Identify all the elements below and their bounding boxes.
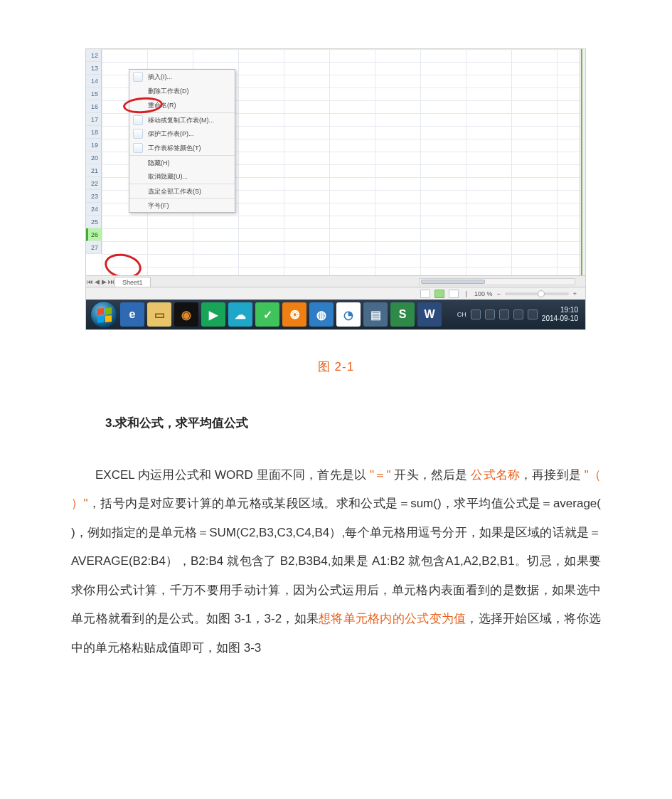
taskbar-item-glyph: ◔	[343, 308, 353, 322]
context-menu-item[interactable]: 工作表标签颜色(T)	[129, 141, 235, 155]
row-header[interactable]: 14	[86, 75, 102, 88]
s-icon[interactable]: S	[390, 302, 415, 327]
explorer-icon[interactable]: ▭	[147, 302, 171, 327]
tab-nav-prev[interactable]: ◀	[93, 278, 100, 285]
windows-taskbar: e▭◉▶☁✓❂◍◔▤SW CH 19:10 2014-09-10	[86, 300, 585, 329]
row-header[interactable]: 16	[86, 100, 102, 113]
taskbar-clock[interactable]: 19:10 2014-09-10	[542, 306, 578, 323]
chrome-icon[interactable]: ◔	[336, 302, 361, 327]
formula-name-highlight: 公式名称	[471, 468, 520, 482]
zoom-value: 100 %	[474, 290, 493, 297]
clock-time: 19:10	[560, 306, 578, 314]
para-text-4: ，括号内是对应要计算的单元格或某段区域。求和公式是＝sum()，求平均值公式是＝…	[71, 497, 601, 625]
media-play-icon[interactable]: ▶	[201, 302, 225, 327]
zoom-sep: |	[466, 290, 467, 297]
row-header[interactable]: 18	[86, 126, 102, 139]
menu-item-icon	[133, 129, 143, 139]
row-header[interactable]: 12	[86, 49, 102, 62]
taskbar-item-glyph: S	[399, 308, 407, 321]
taskbar-item-glyph: ☁	[235, 308, 246, 322]
convert-to-value-highlight: 想将单元格内的公式变为值	[319, 612, 466, 625]
view-normal-icon[interactable]	[420, 290, 430, 298]
clock-date: 2014-09-10	[542, 314, 578, 322]
tray-action-center-icon[interactable]	[528, 309, 538, 319]
ie-icon[interactable]: e	[120, 302, 144, 327]
start-button[interactable]	[90, 301, 117, 328]
row-header[interactable]: 17	[86, 113, 102, 126]
context-menu-item[interactable]: 插入(I)...	[129, 70, 235, 84]
row-header[interactable]: 19	[86, 139, 102, 152]
tray-network-icon[interactable]	[499, 309, 509, 319]
fish-icon[interactable]: ❂	[282, 302, 306, 327]
tray-battery-icon[interactable]	[513, 309, 523, 319]
horizontal-scrollbar[interactable]	[419, 278, 575, 285]
taskbar-item-glyph: ◉	[181, 308, 191, 322]
media-stop-icon[interactable]: ◉	[174, 302, 198, 327]
row-header[interactable]: 23	[86, 190, 102, 203]
menu-item-label: 重命名(R)	[148, 102, 176, 109]
taskbar-item-glyph: ▭	[154, 308, 165, 322]
taskbar-item-glyph: ◍	[316, 308, 326, 322]
para-text-2: 开头，然后是	[394, 468, 467, 482]
tray-volume-icon[interactable]	[485, 309, 495, 319]
menu-item-label: 删除工作表(D)	[148, 88, 189, 95]
taskbar-item-glyph: ▤	[370, 308, 381, 322]
row-header[interactable]: 20	[86, 152, 102, 164]
menu-item-label: 插入(I)...	[148, 73, 172, 80]
body-paragraph: EXCEL 内运用公式和 WORD 里面不同，首先是以 "＝" 开头，然后是 公…	[71, 461, 601, 662]
sheet-tabs-bar: ⏮ ◀ ▶ ⏭ Sheet1	[86, 275, 585, 287]
taskbar-item-glyph: ▶	[209, 308, 218, 322]
taskbar-item-glyph: ❂	[290, 308, 299, 322]
menu-item-label: 字号(F)	[148, 202, 169, 209]
context-menu-item[interactable]: 隐藏(H)	[129, 155, 235, 169]
view-break-icon[interactable]	[449, 290, 459, 298]
taskbar-item-glyph: e	[129, 308, 136, 321]
menu-item-label: 取消隐藏(U)...	[148, 173, 188, 180]
zoom-in-icon[interactable]: +	[573, 290, 577, 297]
row-header[interactable]: 21	[86, 164, 102, 177]
tab-nav-last[interactable]: ⏭	[107, 278, 114, 285]
tab-nav-next[interactable]: ▶	[100, 278, 107, 285]
sheet-tab-1[interactable]: Sheet1	[114, 277, 151, 287]
sheet-tab-context-menu[interactable]: 插入(I)...删除工作表(D)重命名(R)移动或复制工作表(M)...保护工作…	[129, 69, 235, 213]
system-tray: CH 19:10 2014-09-10	[457, 306, 581, 323]
context-menu-item[interactable]: 取消隐藏(U)...	[129, 169, 235, 184]
menu-item-label: 移动或复制工作表(M)...	[148, 117, 214, 124]
row-header[interactable]: 22	[86, 177, 102, 190]
spreadsheet-grid: 12131415161718192021222324252627 插入(I)..…	[86, 49, 585, 275]
context-menu-item[interactable]: 字号(F)	[129, 198, 235, 212]
para-text-3: ，再接到是	[520, 468, 581, 482]
window-icon[interactable]: ▤	[363, 302, 388, 327]
row-header[interactable]: 26	[86, 228, 102, 241]
context-menu-item[interactable]: 移动或复制工作表(M)...	[129, 112, 235, 127]
row-header[interactable]: 25	[86, 216, 102, 228]
section-heading: 3.求和公式，求平均值公式	[105, 415, 587, 431]
row-header[interactable]: 13	[86, 62, 102, 75]
context-menu-item[interactable]: 删除工作表(D)	[129, 84, 235, 98]
w-icon[interactable]: W	[417, 302, 442, 327]
zoom-out-icon[interactable]: −	[496, 290, 500, 297]
context-menu-item[interactable]: 选定全部工作表(S)	[129, 184, 235, 198]
zoom-slider[interactable]	[505, 292, 569, 295]
equals-sign-highlight: "＝"	[370, 468, 390, 482]
taskbar-item-glyph: W	[424, 308, 434, 321]
figure-caption: 图 2-1	[0, 359, 672, 375]
globe-icon[interactable]: ◍	[309, 302, 334, 327]
sheet-right-border	[581, 49, 582, 275]
tray-icon[interactable]	[471, 309, 481, 319]
menu-item-icon	[133, 143, 143, 153]
tab-nav-first[interactable]: ⏮	[86, 278, 93, 285]
excel-screenshot: 12131415161718192021222324252627 插入(I)..…	[85, 48, 586, 330]
row-header[interactable]: 24	[86, 203, 102, 216]
cloud-icon[interactable]: ☁	[228, 302, 252, 327]
row-header[interactable]: 15	[86, 88, 102, 100]
menu-item-label: 隐藏(H)	[148, 159, 170, 166]
status-bar: | 100 % − +	[86, 287, 585, 300]
leaf-icon[interactable]: ✓	[255, 302, 279, 327]
ime-indicator[interactable]: CH	[457, 311, 466, 318]
view-page-icon[interactable]	[434, 290, 444, 298]
context-menu-item[interactable]: 保护工作表(P)...	[129, 127, 235, 141]
row-header[interactable]: 27	[86, 241, 102, 254]
menu-item-label: 保护工作表(P)...	[148, 130, 194, 137]
context-menu-item[interactable]: 重命名(R)	[129, 98, 235, 112]
